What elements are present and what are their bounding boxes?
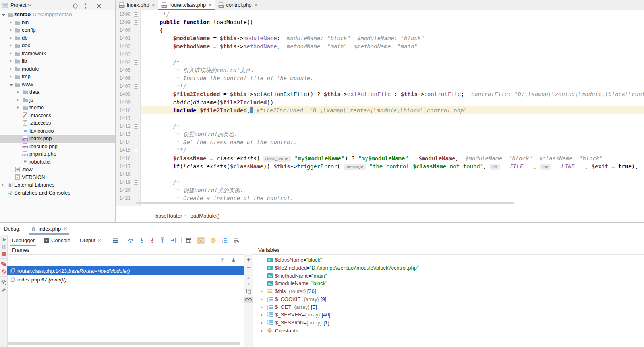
pin-icon[interactable] bbox=[0, 287, 7, 293]
tree-item-framework[interactable]: framework bbox=[0, 50, 115, 58]
variable-expand-arrow-icon[interactable] bbox=[261, 296, 266, 302]
tree-item-lib[interactable]: lib bbox=[0, 57, 115, 65]
code-line-1411[interactable] bbox=[141, 114, 644, 122]
tree-item-zentao[interactable]: zentaoD:\xampp\zentao bbox=[0, 11, 115, 19]
tree-item--ztaccess[interactable]: .ztaccess bbox=[0, 119, 115, 127]
editor-gutter[interactable]: 1398139914001401140214031404140514061407… bbox=[116, 10, 141, 206]
tree-item-robots-txt[interactable]: robots.txt bbox=[0, 158, 115, 166]
gutter-line-number[interactable]: 1419 bbox=[116, 178, 140, 186]
code-line-1408[interactable]: $file2Included = $this->setActionExtFile… bbox=[141, 90, 644, 98]
variable-expand-arrow-icon[interactable] bbox=[261, 320, 266, 326]
variable-row-_cookie[interactable]: 123$_COOKIE = {array}[9] bbox=[253, 295, 644, 303]
tree-item-scratches-and-consoles[interactable]: ?Scratches and Consoles bbox=[0, 189, 115, 197]
tree-item-favicon-ico[interactable]: favicon.ico bbox=[0, 127, 115, 135]
variable-row-_session[interactable]: 123$_SESSION = {array}[1] bbox=[253, 319, 644, 327]
code-line-1400[interactable]: { bbox=[141, 26, 644, 34]
code-line-1403[interactable] bbox=[141, 50, 644, 58]
gutter-line-number[interactable]: 1414 bbox=[116, 138, 140, 146]
code-line-1415[interactable]: **/ bbox=[141, 146, 644, 154]
close-icon[interactable] bbox=[151, 3, 155, 7]
locate-file-icon[interactable] bbox=[72, 3, 79, 9]
gutter-line-number[interactable]: 1409 bbox=[116, 98, 140, 106]
tree-collapsed-arrow-icon[interactable] bbox=[10, 50, 14, 56]
fold-marker-icon[interactable] bbox=[134, 148, 138, 152]
variable-expand-arrow-icon[interactable] bbox=[261, 288, 266, 294]
tree-item-phpinfo-php[interactable]: PHPphpinfo.php bbox=[0, 150, 115, 158]
frames-horizontal-scrollbar[interactable] bbox=[8, 342, 240, 345]
fold-marker-icon[interactable] bbox=[134, 20, 138, 25]
gutter-line-number[interactable]: 1407 bbox=[116, 82, 140, 90]
code-line-1412[interactable]: /* bbox=[141, 122, 644, 130]
variable-expand-arrow-icon[interactable] bbox=[261, 312, 266, 318]
fold-marker-icon[interactable] bbox=[134, 180, 138, 185]
chevron-down-icon[interactable] bbox=[28, 4, 32, 7]
close-icon[interactable] bbox=[208, 3, 212, 7]
force-step-into-icon[interactable] bbox=[150, 237, 155, 243]
code-line-1414[interactable]: * Set the class name of the control. bbox=[141, 138, 644, 146]
code-line-1399[interactable]: public function loadModule() bbox=[141, 18, 644, 26]
add-watch-icon[interactable] bbox=[233, 238, 240, 243]
variable-row-constants[interactable]: cConstants bbox=[253, 326, 644, 334]
step-over-icon[interactable] bbox=[128, 237, 134, 243]
code-line-1407[interactable]: **/ bbox=[141, 82, 644, 90]
frame-row[interactable]: router.class.php:1423, baseRouter->loadM… bbox=[7, 266, 244, 275]
tree-item--flow[interactable]: .flow bbox=[0, 166, 115, 174]
tree-collapsed-arrow-icon[interactable] bbox=[10, 73, 14, 79]
code-line-1406[interactable]: * Include the control file of the module… bbox=[141, 74, 644, 82]
editor-tab-router-class-php[interactable]: PHProuter.class.php bbox=[158, 0, 215, 10]
hide-panel-icon[interactable] bbox=[106, 4, 111, 8]
tree-collapsed-arrow-icon[interactable] bbox=[10, 19, 14, 25]
settings-icon[interactable] bbox=[0, 279, 7, 285]
evaluate-expression-icon[interactable] bbox=[186, 238, 191, 243]
gutter-line-number[interactable]: 1402 bbox=[116, 42, 140, 50]
gutter-line-number[interactable]: 1418 bbox=[116, 170, 140, 178]
step-into-icon[interactable] bbox=[139, 237, 144, 243]
tree-collapsed-arrow-icon[interactable] bbox=[10, 35, 14, 41]
fold-marker-icon[interactable] bbox=[134, 84, 138, 89]
tree-item-db[interactable]: db bbox=[0, 34, 115, 42]
gutter-line-number[interactable]: 1413 bbox=[116, 130, 140, 138]
breadcrumb-item[interactable]: baseRouter bbox=[155, 213, 182, 219]
tree-item-config[interactable]: config bbox=[0, 26, 115, 34]
settings-gear-icon[interactable] bbox=[96, 3, 102, 9]
code-editor[interactable]: 1398139914001401140214031404140514061407… bbox=[116, 10, 644, 206]
gutter-line-number[interactable]: 1398 bbox=[116, 10, 140, 18]
tree-collapsed-arrow-icon[interactable] bbox=[10, 42, 14, 48]
project-panel-title[interactable]: Project bbox=[10, 2, 26, 8]
gutter-line-number[interactable]: 1405 bbox=[116, 66, 140, 74]
debug-session-tab[interactable]: index.php bbox=[29, 223, 69, 235]
gutter-line-number[interactable]: 1410 bbox=[116, 106, 140, 114]
variable-expand-arrow-icon[interactable] bbox=[261, 304, 266, 310]
code-line-1410[interactable]: include $file2Included; $file2Included: … bbox=[141, 106, 644, 114]
previous-frame-icon[interactable] bbox=[220, 257, 225, 264]
add-watch-plus-icon[interactable] bbox=[244, 257, 253, 262]
gutter-line-number[interactable]: 1406 bbox=[116, 74, 140, 82]
gutter-line-number[interactable]: 1400 bbox=[116, 26, 140, 34]
gutter-line-number[interactable]: 1408 bbox=[116, 90, 140, 98]
fold-marker-icon[interactable] bbox=[134, 12, 138, 17]
tree-item-data[interactable]: data bbox=[0, 88, 115, 96]
code-line-1404[interactable]: /* bbox=[141, 58, 644, 66]
fold-marker-icon[interactable] bbox=[134, 124, 138, 129]
code-line-1420[interactable]: * 创建control类的实例. bbox=[141, 186, 644, 194]
run-to-cursor-icon[interactable] bbox=[170, 237, 177, 243]
show-references-icon[interactable]: @ bbox=[210, 237, 216, 243]
gutter-line-number[interactable]: 1421 bbox=[116, 194, 140, 202]
variable-row-this[interactable]: $this = {router}[36] bbox=[253, 287, 644, 295]
close-icon[interactable] bbox=[98, 239, 101, 242]
gutter-line-number[interactable]: 1403 bbox=[116, 50, 140, 58]
code-line-1401[interactable]: $moduleName = $this->moduleName; moduleN… bbox=[141, 34, 644, 42]
tree-item-index-php[interactable]: PHPindex.php bbox=[0, 135, 115, 143]
gutter-line-number[interactable]: 1404 bbox=[116, 58, 140, 66]
code-line-1418[interactable] bbox=[141, 170, 644, 178]
tree-collapsed-arrow-icon[interactable] bbox=[10, 66, 14, 72]
tree-item-www[interactable]: www bbox=[0, 81, 115, 89]
tree-item-bin[interactable]: bin bbox=[0, 19, 115, 27]
code-lines[interactable]: */ public function loadModule() { $modul… bbox=[141, 10, 644, 202]
mute-breakpoints-icon[interactable] bbox=[0, 269, 7, 274]
debug-tab-debugger[interactable]: Debugger bbox=[7, 235, 39, 246]
tree-collapsed-arrow-icon[interactable] bbox=[10, 27, 14, 33]
tree-expanded-arrow-icon[interactable] bbox=[2, 12, 6, 17]
code-line-1405[interactable]: * 引入该模块的control文件. bbox=[141, 66, 644, 74]
tree-item-js[interactable]: js bbox=[0, 96, 115, 104]
